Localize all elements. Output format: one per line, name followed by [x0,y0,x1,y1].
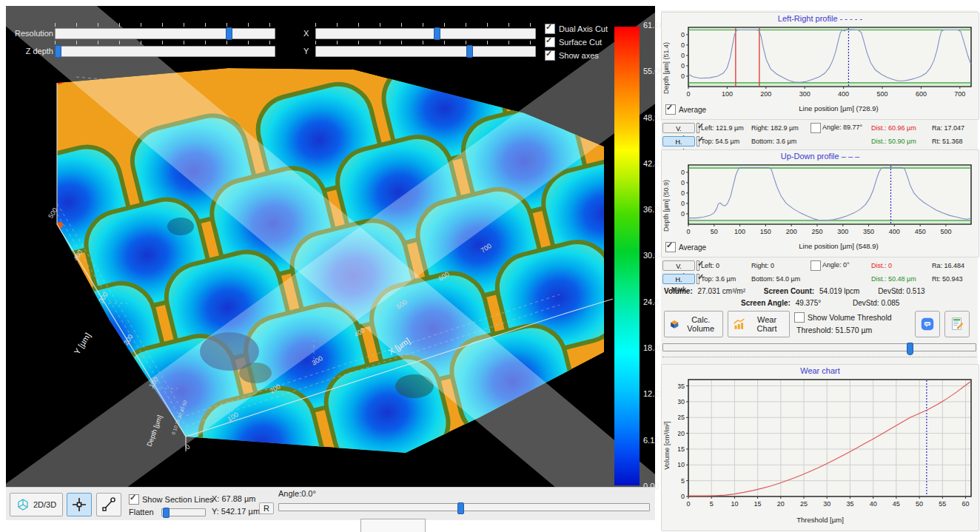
svg-text:15: 15 [754,500,762,508]
volume-cube-icon [669,317,679,331]
calc-volume-button[interactable]: Calc. Volume [664,311,723,337]
svg-text:150: 150 [760,228,771,235]
svg-text:200: 200 [760,90,771,98]
ud-profile-ylabel: Depth [µm] (50.9) [662,169,670,243]
svg-text:30: 30 [681,189,685,197]
lr-vmark-checkbox[interactable]: ✓ [697,123,699,133]
screen-angle-value: 49.375° [796,299,822,307]
svg-text:0: 0 [681,493,685,500]
svg-text:50: 50 [681,31,685,38]
lr-vmark-button[interactable]: V. Mark [662,123,695,133]
lr-vmark-row: V. Mark ✓ Left: 121.9 µm Right: 182.9 µm… [662,121,976,134]
x-cut-slider[interactable] [315,28,536,39]
svg-text:500: 500 [940,228,951,235]
lr-profile-title: Left-Right profile - - - - - [662,14,979,23]
svg-text:450: 450 [915,228,926,235]
wear-chart-group: Wear chart Volume [cm³/m²] 0510152025303… [661,364,979,531]
wear-chart-plot[interactable]: 05101520253035404550556005101520253035 [678,377,977,514]
screen-count-devstd: DevStd: 0.513 [878,287,924,295]
ud-rt-value: Rt: 50.943 [932,275,975,283]
ud-average-checkbox[interactable]: ✓Average [665,242,706,252]
resolution-slider-thumb[interactable] [226,27,232,40]
check-icon: ✓ [697,272,704,282]
zdepth-slider[interactable] [55,46,275,57]
threshold-readout: Threshold: 51.570 µm [796,326,872,334]
y-slider-label: Y [303,47,309,55]
angle-slider[interactable] [278,503,650,511]
svg-text:500: 500 [877,90,888,98]
zdepth-slider-thumb[interactable] [55,45,61,58]
lr-profile-plot[interactable]: 01002003004005006007001020304050 [681,24,979,101]
3d-view[interactable]: 0 100 200 300 400 500 600 700 100 200 30… [6,6,655,487]
dual-axis-cut-checkbox[interactable]: ✓Dual Axis Cut [545,24,608,34]
volume-value: 27.031 cm³/m² [698,287,745,295]
zdepth-label: Z depth [13,47,53,55]
reset-angle-button[interactable]: R [259,502,274,514]
ud-bottom-value: Bottom: 54.0 µm [751,275,809,283]
2d3d-toggle-button[interactable]: 2D/3D [10,493,63,516]
y-slider-thumb[interactable] [466,45,473,58]
ud-profile-title: Up-Down profile – – – [662,152,979,161]
ud-profile-group: Up-Down profile – – – Depth [µm] (50.9) … [661,149,979,257]
depth-colorbar [614,27,640,485]
zdepth-ticks [55,41,274,44]
flatten-slider-thumb[interactable] [163,508,170,518]
lr-hmark-button[interactable]: H. Mark [662,136,695,147]
ud-hmark-checkbox[interactable]: ✓ [697,274,699,284]
svg-text:20: 20 [681,200,685,207]
volume-summary: Volume: 27.031 cm³/m² Screen Count: 54.0… [664,287,925,295]
3d-surface-scene[interactable]: 0 100 200 300 400 500 600 700 100 200 30… [6,6,655,487]
lr-average-checkbox[interactable]: ✓Average [665,104,706,115]
report-edit-icon [950,316,964,332]
svg-text:20: 20 [777,500,785,508]
svg-text:300: 300 [799,90,810,98]
wear-chart-xlabel: Threshold [µm] [662,516,979,526]
flatten-slider[interactable] [161,508,206,516]
angle-slider-thumb[interactable] [457,502,464,514]
lr-angle-checkbox[interactable]: ✓ [810,123,821,133]
svg-text:30: 30 [678,398,685,405]
svg-text:50: 50 [916,500,923,508]
x-coordinate-readout: X: 67.88 µm [212,494,256,503]
line-section-tool-button[interactable] [96,493,121,516]
3d-toolbar: 2D/3D ✓Show Section Lines Flatten X: 67.… [6,487,655,520]
partial-popup [360,519,426,532]
show-volume-threshold-checkbox[interactable]: ✓Show Volume Threshold [794,312,892,323]
check-icon: ✓ [546,49,552,58]
check-icon: ✓ [546,36,552,45]
resolution-label: Resolution [13,29,53,38]
ud-vmark-button[interactable]: V. Mark [662,260,695,271]
svg-text:400: 400 [838,90,849,98]
wear-chart-button[interactable]: Wear Chart [728,311,790,337]
show-axes-checkbox[interactable]: ✓Show axes [545,50,599,61]
ud-profile-plot[interactable]: 0501001502002503003504004505001020304050 [681,162,979,239]
threshold-slider[interactable] [662,343,976,351]
svg-text:0: 0 [686,500,690,508]
svg-text:400: 400 [889,228,900,235]
comment-button[interactable] [915,311,940,337]
ud-hmark-button[interactable]: H. Mark [662,274,695,284]
analysis-panel: Left-Right profile - - - - - Depth [µm] … [661,10,978,528]
surface-cut-checkbox[interactable]: ✓Surface Cut [545,37,602,47]
svg-text:25: 25 [800,500,808,508]
lr-angle-field: ✓ Angle: 89.77° [810,123,870,133]
report-button[interactable] [944,311,970,337]
resolution-slider[interactable] [55,28,275,39]
x-slider-thumb[interactable] [434,27,440,40]
screen-count-value: 54.019 lpcm [819,287,859,295]
svg-text:35: 35 [678,383,685,390]
lr-hmark-checkbox[interactable]: ✓ [697,136,699,147]
ud-vmark-checkbox[interactable]: ✓ [697,260,699,271]
svg-text:20: 20 [681,62,685,70]
crosshair-tool-button[interactable] [67,493,92,516]
show-section-lines-checkbox[interactable]: ✓Show Section Lines [129,494,214,505]
y-cut-slider[interactable] [315,46,536,57]
lr-right-value: Right: 182.9 µm [751,124,809,132]
lr-vdist-value: Dist.: 60.96 µm [871,124,930,132]
ud-angle-checkbox[interactable]: ✓ [810,260,821,271]
volume-label: Volume: [664,287,693,295]
svg-text:200: 200 [786,228,797,235]
check-icon: ✓ [697,121,704,131]
lr-profile-group: Left-Right profile - - - - - Depth [µm] … [661,12,979,120]
threshold-slider-thumb[interactable] [907,343,913,355]
